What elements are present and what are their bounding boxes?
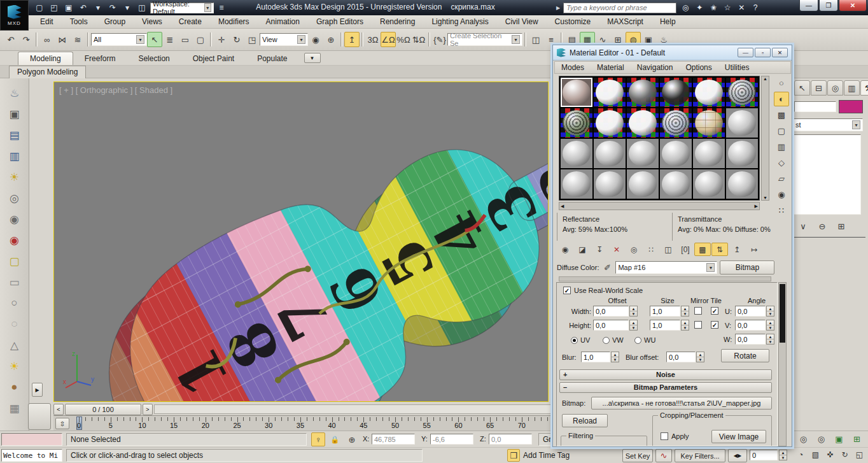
add-time-tag[interactable]: Add Time Tag bbox=[523, 451, 570, 460]
menu-item[interactable]: Views bbox=[134, 16, 171, 27]
search-icon[interactable]: ◎ bbox=[680, 3, 691, 13]
close-button[interactable]: ✕ bbox=[772, 48, 788, 57]
infocenter-collapse-arrow[interactable]: ▶ bbox=[556, 5, 560, 11]
material-sample-slot[interactable] bbox=[594, 139, 626, 168]
x-coordinate-field[interactable] bbox=[372, 434, 415, 445]
apply-checkbox[interactable] bbox=[661, 432, 668, 440]
material-editor-window[interactable]: Material Editor - 01 - Default — ▫ ✕ Mod… bbox=[552, 45, 792, 447]
tab-polygon-modeling[interactable]: Polygon Modeling bbox=[9, 66, 86, 78]
show-map-in-viewport-toggle[interactable]: ▩ bbox=[694, 243, 711, 256]
tab-utilities-icon[interactable]: ⚒ bbox=[860, 80, 868, 96]
sign-in-key-icon[interactable]: ✦ bbox=[694, 3, 705, 13]
material-sample-slot[interactable] bbox=[726, 139, 758, 168]
material-sample-slot[interactable] bbox=[660, 108, 692, 138]
tab-display-icon[interactable]: ▥ bbox=[844, 80, 860, 96]
orbit-view-button[interactable]: ↻ bbox=[838, 448, 851, 461]
menu-item[interactable]: MAXScript bbox=[599, 16, 652, 27]
project-folder-button[interactable]: ◫ bbox=[136, 2, 148, 14]
menu-item[interactable]: Rendering bbox=[372, 16, 423, 27]
keyboard-shortcut-override-toggle[interactable]: ↥ bbox=[344, 32, 360, 47]
object-name-field[interactable] bbox=[794, 101, 836, 112]
make-material-copy-button[interactable]: ◎ bbox=[626, 243, 642, 256]
geosphere-icon[interactable]: ◌ bbox=[4, 315, 25, 334]
material-sample-slot[interactable] bbox=[693, 139, 725, 168]
time-slider-track[interactable] bbox=[154, 404, 551, 414]
toolbar-overflow-button[interactable]: ≡ bbox=[216, 1, 227, 14]
shelf-flyout-button[interactable]: ▶ bbox=[32, 383, 43, 397]
zoom-icon[interactable]: ◎ bbox=[795, 432, 811, 446]
favorites-star-icon[interactable]: ☆ bbox=[722, 3, 733, 13]
go-forward-to-sibling-button[interactable]: ↦ bbox=[746, 243, 762, 256]
time-tag-cube-icon[interactable]: ❒ bbox=[507, 449, 520, 462]
rollout-vertical-scrollbar[interactable] bbox=[778, 282, 787, 446]
set-key-button[interactable]: Set Key bbox=[622, 449, 653, 462]
select-by-name-button[interactable]: ≣ bbox=[162, 32, 178, 47]
object-color-swatch[interactable] bbox=[839, 100, 863, 113]
height-offset-spinner[interactable]: ▲▼ bbox=[629, 320, 638, 331]
blur-field[interactable] bbox=[581, 352, 610, 362]
create-camera-icon[interactable]: ◎ bbox=[4, 189, 25, 208]
v-angle-spinner[interactable]: ▲▼ bbox=[766, 320, 774, 331]
minimize-button[interactable]: — bbox=[738, 48, 753, 57]
y-coordinate-field[interactable] bbox=[430, 434, 473, 445]
capsule-shape-icon[interactable]: ▭ bbox=[4, 273, 25, 292]
width-tile-checkbox[interactable]: ✓ bbox=[711, 307, 718, 315]
noise-rollout-header[interactable]: +Noise bbox=[559, 369, 772, 380]
video-color-check-button[interactable]: ▥ bbox=[774, 139, 789, 154]
select-and-uniform-scale-button[interactable]: ◳ bbox=[244, 32, 260, 47]
help-icon[interactable]: ? bbox=[750, 3, 761, 13]
boxes-grid-icon[interactable]: ▦ bbox=[4, 399, 25, 418]
blur-offset-field[interactable] bbox=[666, 352, 696, 362]
undo-button[interactable]: ↶ bbox=[77, 2, 90, 14]
mini-curve-editor-button[interactable] bbox=[28, 403, 51, 430]
map-dropdown[interactable]: Map #16▾ bbox=[615, 261, 717, 274]
make-unique-button[interactable]: ∷ bbox=[643, 243, 659, 256]
snaps-toggle-3d[interactable]: 3Ω bbox=[365, 32, 381, 47]
sample-type-button[interactable]: ○ bbox=[774, 76, 789, 90]
make-preview-button[interactable]: ◇ bbox=[774, 155, 789, 170]
menu-item[interactable]: Help bbox=[652, 16, 684, 27]
menu-item[interactable]: Options bbox=[679, 62, 718, 73]
show-end-result-stack-icon[interactable]: ⊖ bbox=[815, 218, 830, 234]
tab-motion-icon[interactable]: ◎ bbox=[827, 80, 843, 96]
sample-slots-horizontal-scrollbar[interactable]: ◀▶ bbox=[559, 202, 760, 210]
frame-spinner[interactable]: ▲▼ bbox=[779, 450, 787, 460]
bitmap-path-button[interactable]: ...а\скрипка - не готова!!!\статья 2\UV_… bbox=[591, 397, 772, 410]
reference-coordinate-system-dropdown[interactable]: View▾ bbox=[260, 33, 308, 46]
spinner-snap-toggle[interactable]: ⇅Ω bbox=[411, 32, 426, 47]
percent-snap-toggle[interactable]: %Ω bbox=[396, 32, 411, 47]
material-id-channel-button[interactable]: [0] bbox=[677, 243, 694, 256]
unlink-selection-button[interactable]: ⋈ bbox=[55, 32, 70, 47]
zoom-extents-all-icon[interactable]: ⊞ bbox=[849, 432, 865, 446]
edit-named-selection-sets-button[interactable]: {✎} bbox=[432, 32, 447, 47]
put-material-to-scene-button[interactable]: ◪ bbox=[574, 243, 591, 256]
wu-radio[interactable] bbox=[634, 337, 641, 344]
time-configuration-button[interactable]: ◔ bbox=[794, 448, 808, 461]
v-angle-field[interactable] bbox=[735, 320, 766, 331]
time-slider-button[interactable]: 0 / 100 bbox=[65, 404, 141, 415]
material-sample-slot[interactable] bbox=[660, 169, 692, 199]
viewport-label[interactable]: [ + ] [ Orthographic ] [ Shaded ] bbox=[59, 85, 172, 95]
uv-radio[interactable] bbox=[571, 337, 578, 344]
assign-material-to-selection-button[interactable]: ↧ bbox=[591, 243, 608, 256]
select-and-rotate-button[interactable]: ↻ bbox=[229, 32, 244, 47]
key-filters-button[interactable]: Key Filters... bbox=[675, 449, 725, 462]
stereo-camera-icon[interactable]: ◉ bbox=[4, 231, 25, 250]
tab-hierarchy-icon[interactable]: ⊟ bbox=[811, 80, 827, 96]
bitmap-parameters-rollout-header[interactable]: –Bitmap Parameters bbox=[559, 382, 772, 393]
track-bar[interactable]: ⇳ 0510152025303540455055606570 bbox=[53, 415, 551, 431]
track-bar-toggle-icon[interactable]: ⇳ bbox=[55, 418, 69, 429]
open-file-button[interactable]: ◰ bbox=[48, 2, 60, 14]
redo-button[interactable]: ↷ bbox=[18, 32, 34, 47]
next-frame-button[interactable]: > bbox=[143, 404, 153, 415]
go-to-parent-button[interactable]: ↥ bbox=[729, 243, 745, 256]
redo-dropdown-caret[interactable]: ▾ bbox=[121, 2, 134, 14]
parameters-horizontal-scrollbar[interactable] bbox=[559, 276, 771, 281]
zoom-all-icon[interactable]: ◎ bbox=[813, 432, 829, 446]
material-sample-slot[interactable] bbox=[561, 108, 592, 138]
eyedropper-icon[interactable]: ✐ bbox=[601, 262, 613, 273]
ribbon-tab-selection[interactable]: Selection bbox=[127, 52, 181, 65]
get-material-button[interactable]: ◉ bbox=[557, 243, 573, 256]
material-sample-slot[interactable] bbox=[627, 78, 659, 107]
absolute-offset-mode-toggle[interactable]: ⊕ bbox=[345, 432, 359, 446]
